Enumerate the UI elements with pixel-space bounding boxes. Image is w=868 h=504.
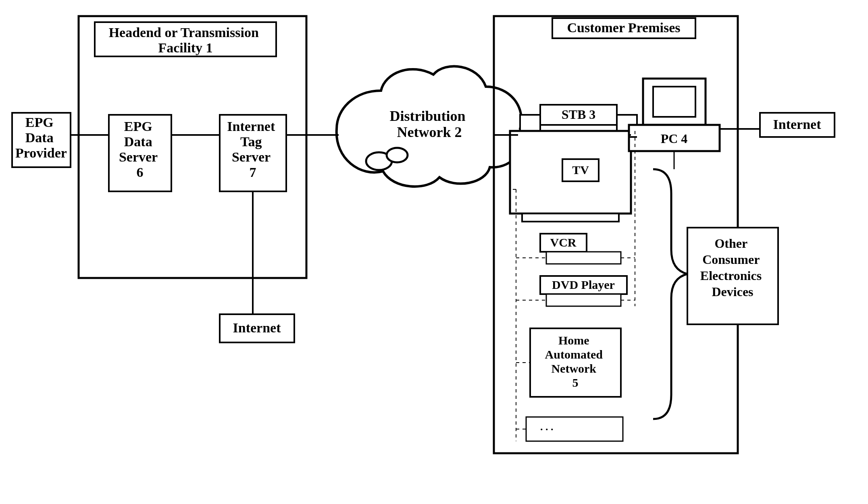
other-devices-box: Other Consumer Electronics Devices — [687, 228, 778, 324]
vcr-box: VCR — [540, 234, 621, 264]
internet-right-box: Internet — [760, 113, 835, 137]
dvd-label: DVD Player — [552, 278, 615, 291]
pc-box: PC 4 — [629, 79, 720, 151]
dvd-box: DVD Player — [540, 276, 627, 306]
epg-data-server-box: EPG Data Server 6 — [109, 115, 171, 191]
internet-bottom-label: Internet — [233, 320, 281, 335]
network-diagram: EPG Data Provider Headend or Transmissio… — [0, 0, 868, 504]
vcr-label: VCR — [550, 236, 577, 249]
svg-rect-11 — [520, 115, 540, 131]
stb-label: STB 3 — [562, 107, 595, 122]
stb-box: STB 3 — [520, 105, 637, 131]
internet-tag-server-box: Internet Tag Server 7 — [220, 115, 286, 191]
ellipsis-box: . . . — [526, 417, 623, 441]
internet-right-label: Internet — [773, 117, 822, 132]
svg-rect-17 — [546, 252, 621, 264]
internet-bottom-box: Internet — [220, 314, 294, 342]
svg-point-7 — [387, 148, 408, 162]
svg-rect-23 — [653, 87, 695, 117]
pc-label: PC 4 — [661, 131, 688, 146]
home-network-box: Home Automated Network 5 — [530, 328, 621, 397]
tv-label: TV — [572, 163, 589, 176]
customer-title-label: Customer Premises — [567, 20, 680, 35]
epg-data-provider-box: EPG Data Provider — [12, 113, 71, 167]
distribution-network-label: Distribution Network 2 — [389, 108, 469, 140]
svg-rect-15 — [522, 214, 619, 222]
curly-brace — [653, 169, 687, 419]
svg-rect-19 — [546, 294, 621, 306]
tv-box: TV — [510, 131, 631, 222]
ellipsis-label: . . . — [540, 421, 554, 433]
distribution-network-cloud: Distribution Network 2 — [337, 66, 523, 187]
